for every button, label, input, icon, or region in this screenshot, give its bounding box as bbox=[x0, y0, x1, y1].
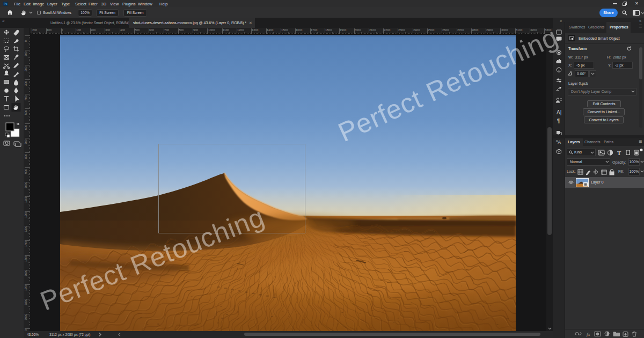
svg-text:T: T bbox=[617, 150, 621, 156]
svg-text:fx: fx bbox=[587, 332, 590, 337]
svg-text:ºA: ºA bbox=[556, 139, 561, 145]
svg-text:¶: ¶ bbox=[557, 118, 560, 124]
svg-text:A|: A| bbox=[557, 109, 561, 115]
